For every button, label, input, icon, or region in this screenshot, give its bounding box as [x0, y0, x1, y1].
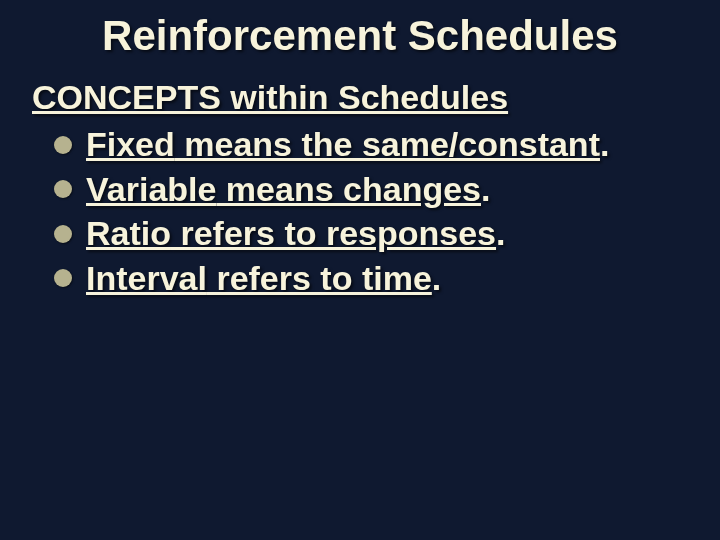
list-item: Variable means changes.: [54, 168, 680, 211]
list-item: Interval refers to time.: [54, 257, 680, 300]
period: .: [481, 170, 490, 208]
bullet-list: Fixed means the same/constant. Variable …: [40, 123, 680, 299]
period: .: [432, 259, 441, 297]
list-item: Ratio refers to responses.: [54, 212, 680, 255]
list-item: Fixed means the same/constant.: [54, 123, 680, 166]
term-text: Interval: [86, 259, 207, 297]
definition-text: means changes: [216, 170, 481, 208]
term-text: Fixed: [86, 125, 175, 163]
definition-text: refers to time: [207, 259, 432, 297]
slide-title: Reinforcement Schedules: [40, 12, 680, 60]
period: .: [600, 125, 609, 163]
term-text: Ratio: [86, 214, 171, 252]
period: .: [496, 214, 505, 252]
definition-text: refers to responses: [171, 214, 496, 252]
term-text: Variable: [86, 170, 216, 208]
slide-subtitle: CONCEPTS within Schedules: [32, 78, 680, 117]
definition-text: means the same/constant: [175, 125, 600, 163]
slide: Reinforcement Schedules CONCEPTS within …: [0, 0, 720, 540]
